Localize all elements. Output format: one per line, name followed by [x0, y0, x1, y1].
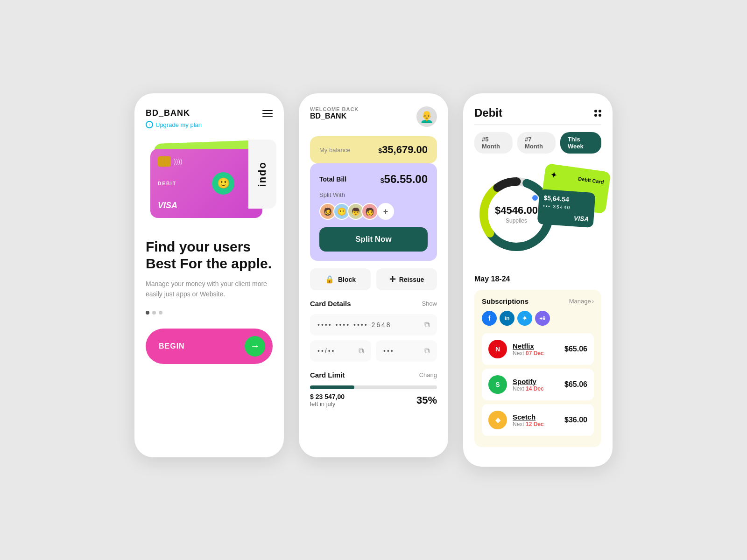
menu-button[interactable] — [262, 110, 273, 117]
welcome-text: WELCOME BACK — [310, 106, 359, 112]
card-chip — [158, 156, 171, 167]
subscription-icons: f in ✦ +9 — [482, 311, 594, 326]
card-expiry: ••/•• — [317, 347, 336, 355]
card-debit-label: DEBIT — [158, 181, 255, 186]
menu-dot-1 — [594, 110, 597, 112]
debit-card-teal: $5,64.54 ••• 35440 VISA — [537, 189, 596, 228]
add-person-button[interactable]: + — [377, 203, 394, 220]
tab-7month[interactable]: #7 Month — [517, 132, 556, 154]
subscription-item: S Spotify Next 14 Dec $65.06 — [482, 369, 594, 400]
card-expiry-cvv-row: ••/•• ⧉ ••• ⧉ — [310, 340, 437, 362]
cards-display: )))) DEBIT VISA 🙂 indo — [146, 140, 273, 224]
card-cvv: ••• — [383, 347, 395, 355]
card-teal-amount: $5,64.54 — [543, 194, 591, 205]
card-teal-visa: VISA — [542, 212, 589, 223]
chart-area: $4546.00 Supplies ✦ Debit Card $5,64.54 … — [474, 163, 601, 266]
p3-menu-icon[interactable] — [594, 110, 601, 117]
bill-row: Total Bill $56.55.00 — [319, 173, 428, 186]
phone-2: WELCOME BACK BD_BANK 👨‍🦲 My balance $35,… — [299, 93, 448, 457]
copy-cvv-icon[interactable]: ⧉ — [424, 347, 430, 355]
date-range: May 18-24 — [474, 275, 601, 283]
manage-button[interactable]: Manage › — [569, 298, 594, 305]
screens-container: BD_BANK ↑ Upgrade my plan )))) DEBIT VIS… — [134, 93, 613, 467]
card-number-row: •••• •••• •••• 2648 ⧉ — [310, 314, 437, 336]
menu-dot-3 — [594, 114, 597, 117]
linkedin-icon: in — [500, 311, 514, 326]
show-button[interactable]: Show — [422, 300, 437, 307]
menu-dot-2 — [599, 110, 601, 112]
card-wifi-icon: )))) — [174, 158, 183, 165]
card-limit-section: Card Limit Chang $ 23 547,00 left in jul… — [310, 371, 437, 407]
upgrade-link[interactable]: ↑ Upgrade my plan — [146, 121, 273, 128]
card-limit-header: Card Limit Chang — [310, 371, 437, 379]
lock-icon: 🔒 — [325, 275, 334, 284]
sub-next-date: 07 Dec — [526, 350, 544, 357]
card-number: •••• •••• •••• 2648 — [317, 321, 392, 329]
bank-name: BD_BANK — [310, 112, 359, 120]
copy-icon[interactable]: ⧉ — [424, 321, 430, 329]
sub-name: Netflix — [513, 342, 559, 350]
period-tabs: #5 Month #7 Month This Week — [474, 132, 601, 154]
sub-next-date: 14 Dec — [526, 385, 544, 392]
p3-header: Debit — [474, 106, 601, 119]
copy-expiry-icon[interactable]: ⧉ — [359, 347, 364, 355]
user-avatar: 👨‍🦲 — [416, 106, 437, 127]
subscriptions-header: Subscriptions Manage › — [482, 297, 594, 305]
begin-button[interactable]: BEGIN → — [146, 329, 273, 364]
sub-next-date: 12 Dec — [526, 421, 544, 427]
reissue-icon: ✛ — [389, 275, 395, 284]
bill-label: Total Bill — [319, 175, 346, 183]
dot-2 — [152, 311, 156, 315]
sub-next: Next 07 Dec — [513, 350, 559, 357]
sub-price: $65.06 — [564, 345, 587, 353]
limit-left-info: $ 23 547,00 left in july — [310, 393, 345, 407]
change-limit-button[interactable]: Chang — [419, 371, 437, 378]
card-fold: indo — [248, 140, 276, 209]
more-icons: +9 — [535, 311, 550, 326]
balance-amount: $35,679.00 — [378, 144, 428, 156]
sub-name: Scetch — [513, 413, 559, 421]
card-mascot: 🙂 — [212, 172, 234, 195]
sub-info: Scetch Next 12 Dec — [513, 413, 559, 427]
phone-3: Debit #5 Month #7 Month This Week — [463, 93, 613, 467]
balance-label: My balance — [319, 147, 350, 154]
p1-header: BD_BANK — [146, 108, 273, 118]
app-logo: BD_BANK — [146, 108, 190, 118]
sub-next: Next 14 Dec — [513, 385, 559, 392]
sub-info: Spotify Next 14 Dec — [513, 378, 559, 392]
card-details-title: Card Details — [310, 300, 351, 308]
phone-1: BD_BANK ↑ Upgrade my plan )))) DEBIT VIS… — [134, 93, 284, 457]
card-teal-dots: ••• 35440 — [543, 203, 590, 212]
limit-amount: $ 23 547,00 — [310, 393, 345, 400]
block-button[interactable]: 🔒 Block — [310, 268, 371, 290]
limit-percentage: 35% — [416, 394, 437, 406]
card-limit-title: Card Limit — [310, 371, 345, 379]
upgrade-icon: ↑ — [146, 121, 153, 128]
tab-5month[interactable]: #5 Month — [474, 132, 513, 154]
begin-label: BEGIN — [159, 342, 185, 350]
balance-card: My balance $35,679.00 — [310, 136, 437, 163]
tab-this-week[interactable]: This Week — [560, 132, 601, 154]
subtext: Manage your money with your client more … — [146, 279, 273, 300]
sub-logo: S — [488, 375, 507, 394]
sub-price: $65.06 — [564, 380, 587, 389]
p2-header: WELCOME BACK BD_BANK 👨‍🦲 — [310, 106, 437, 127]
bill-amount: $56.55.00 — [381, 173, 428, 186]
split-avatars: 🧔 😐 👦 🧑 + — [319, 203, 428, 220]
split-with-label: Split With — [319, 191, 428, 198]
split-now-button[interactable]: Split Now — [319, 227, 428, 252]
subscription-item: N Netflix Next 07 Dec $65.06 — [482, 333, 594, 365]
p2-greeting: WELCOME BACK BD_BANK — [310, 106, 359, 120]
begin-arrow-icon: → — [245, 336, 265, 357]
card-actions: 🔒 Block ✛ Reissue — [310, 268, 437, 290]
menu-dot-4 — [599, 114, 601, 117]
card-expiry-field: ••/•• ⧉ — [310, 340, 371, 362]
p3-divider — [474, 124, 601, 125]
sub-price: $36.00 — [564, 416, 587, 424]
card-main: )))) DEBIT VISA 🙂 — [150, 149, 262, 218]
card-chip-row: )))) — [158, 156, 255, 167]
sub-next: Next 12 Dec — [513, 421, 559, 427]
subscriptions-section: Subscriptions Manage › f in ✦ +9 N Netfl… — [474, 290, 601, 447]
reissue-button[interactable]: ✛ Reissue — [376, 268, 437, 290]
limit-sub: left in july — [310, 400, 345, 407]
